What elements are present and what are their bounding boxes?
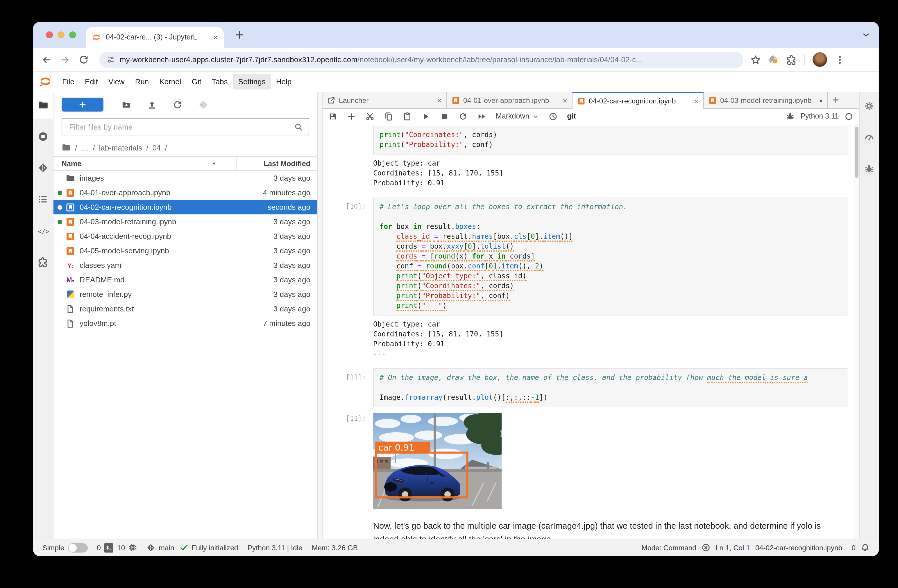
file-row[interactable]: M▾README.md3 days ago <box>54 273 317 287</box>
address-bar[interactable]: my-workbench-user4.apps.cluster-7jdr7.7j… <box>99 51 743 68</box>
reload-button[interactable] <box>78 54 89 65</box>
property-inspector-icon[interactable] <box>864 101 874 111</box>
run-icon[interactable] <box>421 112 430 121</box>
menu-settings[interactable]: Settings <box>233 74 271 89</box>
close-tab-icon[interactable]: × <box>563 95 567 105</box>
extension-manager-icon[interactable] <box>38 257 48 267</box>
home-folder-icon[interactable] <box>62 143 71 152</box>
kernel-status-icon[interactable] <box>844 112 853 121</box>
cursor-position[interactable]: Ln 1, Col 1 <box>715 543 750 552</box>
new-launcher-button[interactable] <box>62 98 103 112</box>
menu-help[interactable]: Help <box>271 74 297 89</box>
code-editor[interactable]: # On the image, draw the box, the name o… <box>373 368 847 407</box>
menu-edit[interactable]: Edit <box>80 74 103 89</box>
breadcrumb-segment[interactable]: … <box>81 143 89 152</box>
column-name[interactable]: Name <box>54 160 81 167</box>
debugger-icon[interactable] <box>864 164 874 174</box>
site-settings-icon[interactable] <box>106 55 115 64</box>
filter-files-box[interactable] <box>62 118 309 135</box>
toggle-switch[interactable] <box>68 543 88 552</box>
browser-tab[interactable]: 04-02-car-re... (3) - JupyterL × <box>86 27 224 48</box>
back-button[interactable] <box>41 54 52 65</box>
refresh-button[interactable] <box>173 100 183 109</box>
markdown-cell[interactable]: Now, let's go back to the multiple car i… <box>373 519 841 539</box>
mode-indicator[interactable]: Mode: Command <box>641 543 696 552</box>
upload-button[interactable] <box>147 100 157 109</box>
close-tab-icon[interactable]: × <box>213 32 218 42</box>
trust-icon[interactable] <box>701 543 710 552</box>
code-snippets-icon[interactable]: </> <box>38 226 48 236</box>
plus-icon[interactable] <box>347 112 356 121</box>
profile-avatar[interactable] <box>813 52 827 67</box>
history-icon[interactable] <box>548 112 557 121</box>
debugger-icon[interactable] <box>786 112 795 121</box>
kernel-name[interactable]: Python 3.11 <box>800 112 839 120</box>
menu-git[interactable]: Git <box>186 74 207 89</box>
run-all-icon[interactable] <box>477 112 486 121</box>
file-browser-icon[interactable] <box>38 100 48 111</box>
file-row[interactable]: images3 days ago <box>54 171 317 185</box>
scrollbar-thumb[interactable] <box>855 127 858 178</box>
refresh-icon[interactable] <box>458 112 467 121</box>
extensions-icon[interactable] <box>786 54 797 65</box>
kernel-status[interactable]: Python 3.11 | Idle <box>248 543 303 552</box>
notebook-scrollbar[interactable] <box>854 124 859 539</box>
bookmark-icon[interactable] <box>750 54 761 65</box>
dock-tab[interactable]: 04-01-over-approach.ipynb× <box>447 92 572 109</box>
new-tab-button[interactable] <box>234 30 245 40</box>
browser-menu-icon[interactable] <box>835 54 845 65</box>
minimize-window-button[interactable] <box>58 31 65 38</box>
add-tab-button[interactable] <box>828 92 844 108</box>
simple-mode-toggle[interactable]: Simple <box>42 543 88 552</box>
running-sessions-icon[interactable] <box>38 131 48 142</box>
file-row[interactable]: Y:classes.yaml3 days ago <box>54 258 317 273</box>
column-last-modified[interactable]: Last Modified <box>264 160 317 167</box>
dock-tab[interactable]: Launcher× <box>323 92 447 109</box>
paste-icon[interactable] <box>403 112 412 121</box>
save-icon[interactable] <box>328 112 337 121</box>
close-window-button[interactable] <box>46 31 53 38</box>
search-tabs-icon[interactable] <box>861 30 871 40</box>
forward-button[interactable] <box>60 54 70 65</box>
menu-view[interactable]: View <box>103 74 130 89</box>
file-row[interactable]: 04-05-model-serving.ipynb3 days ago <box>54 243 317 258</box>
file-row[interactable]: 04-04-accident-recog.ipynb3 days ago <box>54 229 317 243</box>
git-clone-icon[interactable] <box>198 100 208 109</box>
copy-icon[interactable] <box>384 112 393 121</box>
file-row[interactable]: yolov8m.pt7 minutes ago <box>54 316 317 331</box>
menu-kernel[interactable]: Kernel <box>154 74 186 89</box>
menu-run[interactable]: Run <box>130 74 154 89</box>
dock-tab[interactable]: 04-03-model-retraining.ipynb● <box>704 92 828 109</box>
menu-tabs[interactable]: Tabs <box>207 74 233 89</box>
filter-files-input[interactable] <box>68 122 294 132</box>
table-of-contents-icon[interactable] <box>38 194 48 204</box>
cut-icon[interactable] <box>366 112 374 121</box>
breadcrumb-segment[interactable]: 04 <box>152 143 161 152</box>
stop-icon[interactable] <box>440 112 449 121</box>
zoom-window-button[interactable] <box>69 31 76 38</box>
password-extension-icon[interactable] <box>768 54 779 65</box>
new-folder-button[interactable] <box>121 100 131 109</box>
resource-usage-icon[interactable] <box>864 132 874 142</box>
file-row[interactable]: 04-01-over-approach.ipynb4 minutes ago <box>54 185 317 200</box>
menu-file[interactable]: File <box>57 74 80 89</box>
file-row[interactable]: 04-02-car-recognition.ipynbseconds ago <box>54 200 317 214</box>
bell-icon[interactable] <box>861 543 870 552</box>
code-editor[interactable]: # Let's loop over all the boxes to extra… <box>373 198 847 315</box>
terminals-status[interactable]: 0 $_ 10 <box>97 543 137 552</box>
dock-tab[interactable]: 04-02-car-recognition.ipynb× <box>572 92 704 109</box>
cell-type-value: Markdown <box>496 112 529 120</box>
panel-splitter[interactable] <box>318 92 323 539</box>
breadcrumb-segment[interactable]: lab-materials <box>99 143 142 152</box>
close-tab-icon[interactable]: × <box>694 96 699 106</box>
file-row[interactable]: requirements.txt3 days ago <box>54 302 317 316</box>
file-row[interactable]: 04-03-model-retraining.ipynb3 days ago <box>54 214 317 229</box>
git-branch-status[interactable]: main <box>146 543 174 552</box>
sort-ascending-icon[interactable] <box>211 160 218 167</box>
git-icon[interactable] <box>38 163 48 173</box>
cell-type-dropdown[interactable]: Markdown <box>496 112 538 120</box>
code-editor[interactable]: print("Coordinates:", cords)print("Proba… <box>373 126 847 155</box>
git-toolbar-label[interactable]: git <box>567 112 576 120</box>
file-row[interactable]: remote_infer.py3 days ago <box>54 287 317 302</box>
close-tab-icon[interactable]: × <box>437 95 442 105</box>
